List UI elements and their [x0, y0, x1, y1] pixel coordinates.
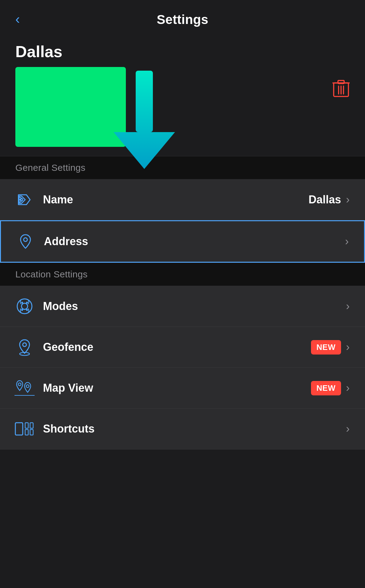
svg-rect-23 — [15, 423, 23, 435]
svg-point-12 — [17, 299, 32, 314]
profile-left: Dallas — [15, 42, 126, 147]
location-settings-section: Location Settings Modes › — [0, 263, 365, 449]
modes-menu-item[interactable]: Modes › — [0, 286, 365, 327]
general-settings-label: General Settings — [15, 163, 85, 173]
svg-point-15 — [26, 302, 28, 304]
svg-point-17 — [26, 309, 28, 311]
svg-point-16 — [21, 309, 23, 311]
delete-button[interactable] — [332, 79, 350, 99]
shortcuts-chevron-icon: › — [346, 422, 350, 435]
trash-icon — [332, 79, 350, 98]
general-settings-header: General Settings — [0, 156, 365, 179]
svg-rect-25 — [30, 423, 33, 428]
svg-point-10 — [20, 198, 23, 201]
shortcuts-icon — [15, 420, 34, 438]
name-label: Name — [43, 193, 309, 206]
map-view-new-badge: NEW — [311, 381, 341, 395]
svg-point-14 — [21, 302, 23, 304]
general-settings-list: Name Dallas › Address › — [0, 179, 365, 263]
svg-point-21 — [26, 385, 29, 388]
address-label: Address — [44, 235, 345, 248]
svg-rect-24 — [25, 423, 28, 428]
svg-point-20 — [18, 383, 21, 386]
map-view-menu-item[interactable]: Map View NEW › — [0, 368, 365, 409]
svg-rect-27 — [30, 429, 33, 435]
header: ‹ Settings — [0, 0, 365, 36]
address-menu-item[interactable]: Address › — [0, 220, 365, 263]
shortcuts-menu-item[interactable]: Shortcuts › — [0, 409, 365, 449]
address-chevron-icon: › — [345, 235, 349, 248]
geofence-label: Geofence — [43, 341, 311, 354]
address-icon — [16, 232, 35, 251]
svg-point-11 — [24, 238, 27, 241]
page-title: Settings — [157, 12, 208, 27]
profile-name: Dallas — [15, 42, 126, 61]
general-settings-section: General Settings Name Dallas › — [0, 156, 365, 263]
name-value: Dallas — [309, 193, 341, 206]
map-view-icon — [15, 379, 34, 397]
location-settings-header: Location Settings — [0, 263, 365, 286]
modes-icon — [15, 297, 34, 316]
svg-point-18 — [23, 343, 26, 347]
svg-rect-26 — [25, 429, 28, 435]
profile-image — [15, 67, 126, 147]
geofence-new-badge: NEW — [311, 340, 341, 355]
geofence-menu-item[interactable]: Geofence NEW › — [0, 327, 365, 368]
map-view-chevron-icon: › — [346, 382, 350, 394]
geofence-chevron-icon: › — [346, 341, 350, 354]
location-settings-list: Modes › Geofence NEW › — [0, 286, 365, 449]
profile-section: Dallas — [0, 36, 365, 156]
shortcuts-label: Shortcuts — [43, 422, 346, 435]
geofence-icon — [15, 338, 34, 356]
name-chevron-icon: › — [346, 193, 350, 206]
map-view-label: Map View — [43, 382, 311, 394]
svg-point-13 — [21, 303, 28, 309]
modes-chevron-icon: › — [346, 300, 350, 313]
name-icon — [15, 190, 34, 209]
back-button[interactable]: ‹ — [15, 12, 20, 26]
modes-label: Modes — [43, 300, 346, 313]
name-menu-item[interactable]: Name Dallas › — [0, 179, 365, 220]
location-settings-label: Location Settings — [15, 269, 87, 279]
